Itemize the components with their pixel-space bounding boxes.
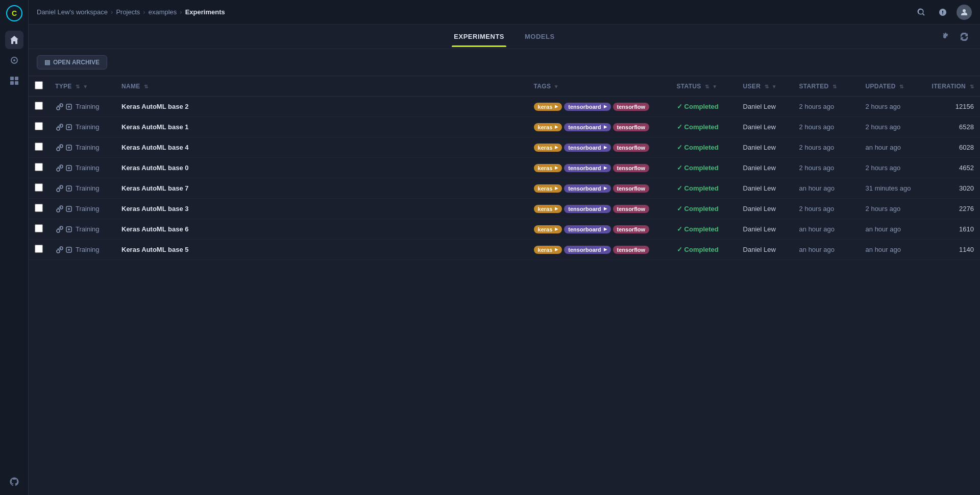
row-name-cell[interactable]: Keras AutoML base 3 (115, 199, 528, 219)
tag-tensorflow[interactable]: tensorflow (613, 103, 650, 111)
row-checkbox-cell (29, 199, 49, 219)
tag-tensorflow[interactable]: tensorflow (613, 205, 650, 213)
tag-keras[interactable]: keras (534, 205, 562, 213)
row-updated-cell: an hour ago (860, 137, 926, 158)
row-tags-cell: keras tensorboard tensorflow (528, 240, 671, 260)
th-name[interactable]: NAME ⇅ (115, 76, 528, 97)
row-updated: 2 hours ago (866, 103, 901, 110)
table-row[interactable]: Training Keras AutoML base 2 keras tenso… (29, 97, 980, 117)
search-icon[interactable] (914, 5, 929, 20)
table-row[interactable]: Training Keras AutoML base 6 keras tenso… (29, 219, 980, 240)
tag-keras[interactable]: keras (534, 144, 562, 152)
table-row[interactable]: Training Keras AutoML base 7 keras tenso… (29, 178, 980, 199)
table-row[interactable]: Training Keras AutoML base 3 keras tenso… (29, 199, 980, 219)
breadcrumb-workspace[interactable]: Daniel Lew's workspace (37, 8, 108, 16)
row-name-cell[interactable]: Keras AutoML base 4 (115, 137, 528, 158)
tag-tensorboard[interactable]: tensorboard (564, 123, 610, 131)
row-name-cell[interactable]: Keras AutoML base 6 (115, 219, 528, 240)
sidebar-item-home[interactable] (5, 31, 23, 49)
tag-keras[interactable]: keras (534, 103, 562, 111)
help-icon[interactable] (935, 5, 950, 20)
tab-models[interactable]: MODELS (523, 27, 557, 46)
breadcrumb: Daniel Lew's workspace › Projects › exam… (37, 8, 225, 16)
tab-experiments[interactable]: EXPERIMENTS (452, 27, 506, 46)
app-logo[interactable]: C (5, 4, 23, 22)
row-checkbox-6[interactable] (35, 224, 43, 232)
breadcrumb-examples[interactable]: examples (149, 8, 177, 16)
tags-filter-icon: ▼ (554, 84, 559, 89)
row-checkbox-4[interactable] (35, 183, 43, 192)
tag-keras[interactable]: keras (534, 246, 562, 254)
sidebar-item-grid[interactable] (5, 72, 23, 90)
row-checkbox-2[interactable] (35, 143, 43, 151)
row-name-cell[interactable]: Keras AutoML base 2 (115, 97, 528, 117)
row-updated-cell: 2 hours ago (860, 97, 926, 117)
breadcrumb-projects[interactable]: Projects (116, 8, 140, 16)
sidebar-item-experiments[interactable] (5, 51, 23, 69)
row-checkbox-5[interactable] (35, 204, 43, 212)
check-icon: ✓ (677, 184, 682, 192)
table-row[interactable]: Training Keras AutoML base 4 keras tenso… (29, 137, 980, 158)
row-checkbox-1[interactable] (35, 122, 43, 130)
svg-rect-7 (15, 81, 18, 85)
th-started[interactable]: STARTED ⇅ (793, 76, 860, 97)
status-label: Completed (684, 103, 719, 110)
row-name-cell[interactable]: Keras AutoML base 1 (115, 117, 528, 137)
table-row[interactable]: Training Keras AutoML base 0 keras tenso… (29, 158, 980, 178)
status-label: Completed (684, 184, 719, 192)
tag-tensorboard[interactable]: tensorboard (564, 205, 610, 213)
row-tags-cell: keras tensorboard tensorflow (528, 178, 671, 199)
th-iteration[interactable]: ITERATION ⇅ (926, 76, 980, 97)
sidebar-item-github[interactable] (5, 473, 23, 491)
row-started: 2 hours ago (799, 144, 835, 151)
open-archive-button[interactable]: ▤ OPEN ARCHIVE (37, 55, 107, 69)
select-all-checkbox[interactable] (35, 81, 43, 89)
row-name-cell[interactable]: Keras AutoML base 7 (115, 178, 528, 199)
row-checkbox-0[interactable] (35, 102, 43, 110)
row-type-label: Training (76, 144, 99, 151)
tag-keras[interactable]: keras (534, 184, 562, 193)
th-updated[interactable]: UPDATED ⇅ (860, 76, 926, 97)
row-checkbox-cell (29, 137, 49, 158)
refresh-icon[interactable] (957, 29, 972, 44)
tag-tensorflow[interactable]: tensorflow (613, 123, 650, 131)
row-checkbox-7[interactable] (35, 245, 43, 253)
tag-tensorboard[interactable]: tensorboard (564, 184, 610, 193)
row-user: Daniel Lew (743, 205, 776, 213)
tag-keras[interactable]: keras (534, 164, 562, 172)
tag-keras[interactable]: keras (534, 123, 562, 131)
row-name-cell[interactable]: Keras AutoML base 0 (115, 158, 528, 178)
status-badge: ✓ Completed (677, 225, 731, 233)
tag-tensorboard[interactable]: tensorboard (564, 246, 610, 254)
table-row[interactable]: Training Keras AutoML base 5 keras tenso… (29, 240, 980, 260)
tag-tensorboard[interactable]: tensorboard (564, 225, 610, 233)
tag-tensorflow[interactable]: tensorflow (613, 246, 650, 254)
row-user: Daniel Lew (743, 184, 776, 192)
row-name-cell[interactable]: Keras AutoML base 5 (115, 240, 528, 260)
table-row[interactable]: Training Keras AutoML base 1 keras tenso… (29, 117, 980, 137)
tag-tensorboard[interactable]: tensorboard (564, 144, 610, 152)
row-started: an hour ago (799, 184, 835, 192)
tag-keras[interactable]: keras (534, 225, 562, 233)
tag-tensorflow[interactable]: tensorflow (613, 225, 650, 233)
tag-tensorboard[interactable]: tensorboard (564, 164, 610, 172)
th-type[interactable]: TYPE ⇅ ▼ (49, 76, 115, 97)
tag-tensorboard[interactable]: tensorboard (564, 103, 610, 111)
user-avatar[interactable] (957, 5, 972, 20)
row-name: Keras AutoML base 1 (121, 123, 189, 131)
th-checkbox (29, 76, 49, 97)
status-badge: ✓ Completed (677, 246, 731, 253)
settings-icon[interactable] (937, 29, 952, 44)
th-user[interactable]: USER ⇅ ▼ (737, 76, 793, 97)
row-started: 2 hours ago (799, 164, 835, 172)
row-iteration: 12156 (955, 103, 974, 110)
th-tags[interactable]: TAGS ▼ (528, 76, 671, 97)
th-status[interactable]: STATUS ⇅ ▼ (671, 76, 737, 97)
sidebar: C (0, 0, 29, 495)
tag-tensorflow[interactable]: tensorflow (613, 184, 650, 193)
row-type-cell: Training (49, 219, 115, 240)
tag-tensorflow[interactable]: tensorflow (613, 164, 650, 172)
tag-tensorflow[interactable]: tensorflow (613, 144, 650, 152)
row-checkbox-3[interactable] (35, 163, 43, 171)
row-iteration-cell: 1140 (926, 240, 980, 260)
